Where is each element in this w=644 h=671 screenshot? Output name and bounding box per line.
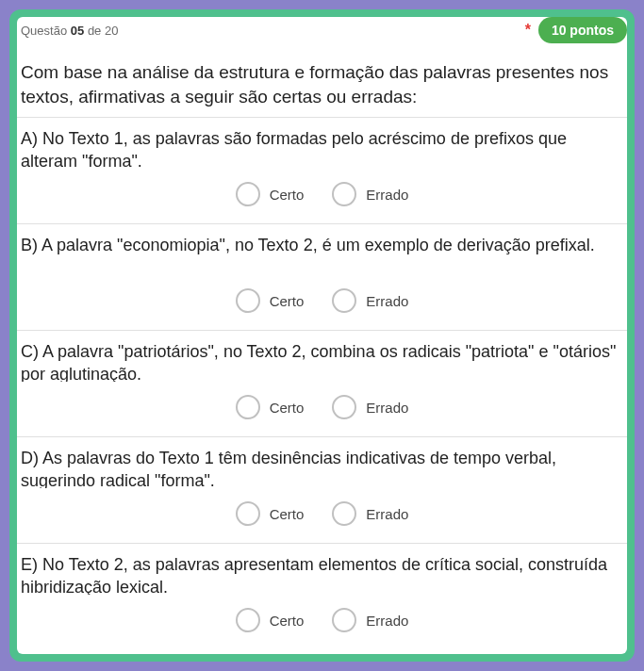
item-e-wrong: Errado [332, 608, 408, 632]
radio-a-wrong[interactable] [332, 182, 356, 206]
item-b-correct: Certo [236, 288, 305, 313]
item-a-options: Certo Errado [17, 169, 627, 223]
label-correct: Certo [270, 293, 305, 309]
label-wrong: Errado [366, 400, 408, 416]
item-c-wrong: Errado [332, 395, 408, 419]
item-d: D) As palavras do Texto 1 têm desinência… [17, 436, 627, 543]
question-total: 20 [105, 24, 118, 38]
item-d-options: Certo Errado [17, 488, 627, 543]
item-d-text: D) As palavras do Texto 1 têm desinência… [17, 437, 627, 488]
item-e-correct: Certo [236, 608, 305, 632]
label-correct: Certo [270, 187, 305, 203]
label-wrong: Errado [366, 187, 408, 203]
radio-a-correct[interactable] [236, 182, 260, 206]
label-wrong: Errado [366, 506, 408, 522]
item-b-wrong: Errado [332, 288, 408, 313]
question-sep: de [88, 24, 101, 38]
item-b-options: Certo Errado [17, 275, 627, 330]
label-correct: Certo [270, 613, 305, 629]
radio-e-correct[interactable] [236, 608, 260, 632]
required-asterisk: * [525, 22, 531, 39]
radio-d-wrong[interactable] [332, 501, 356, 526]
items-list: A) No Texto 1, as palavras são formadas … [17, 117, 627, 649]
item-e: E) No Texto 2, as palavras apresentam el… [17, 543, 627, 649]
radio-b-correct[interactable] [236, 288, 260, 313]
item-a-wrong: Errado [332, 182, 408, 206]
radio-e-wrong[interactable] [332, 608, 356, 632]
points-area: * 10 pontos [525, 17, 627, 43]
item-e-text: E) No Texto 2, as palavras apresentam el… [17, 544, 627, 595]
item-b: B) A palavra "economiopia", no Texto 2, … [17, 223, 627, 330]
question-card: Questão 05 de 20 * 10 pontos Com base na… [17, 17, 627, 654]
item-d-wrong: Errado [332, 501, 408, 526]
label-correct: Certo [270, 506, 305, 522]
item-d-correct: Certo [236, 501, 305, 526]
item-a-correct: Certo [236, 182, 305, 206]
question-text: Com base na análise da estrutura e forma… [17, 43, 627, 117]
question-prefix: Questão [21, 24, 67, 38]
question-current: 05 [71, 24, 84, 38]
outer-frame: Questão 05 de 20 * 10 pontos Com base na… [9, 9, 635, 662]
label-wrong: Errado [366, 293, 408, 309]
radio-c-wrong[interactable] [332, 395, 356, 419]
points-badge: 10 pontos [538, 17, 627, 43]
item-c: C) A palavra "patriotários", no Texto 2,… [17, 330, 627, 436]
label-wrong: Errado [366, 613, 408, 629]
card-header: Questão 05 de 20 * 10 pontos [17, 17, 627, 43]
item-b-text: B) A palavra "economiopia", no Texto 2, … [17, 224, 627, 275]
radio-c-correct[interactable] [236, 395, 260, 419]
question-number: Questão 05 de 20 [21, 24, 118, 38]
item-c-correct: Certo [236, 395, 305, 419]
radio-d-correct[interactable] [236, 501, 260, 526]
item-c-text: C) A palavra "patriotários", no Texto 2,… [17, 331, 627, 382]
item-a: A) No Texto 1, as palavras são formadas … [17, 117, 627, 223]
item-e-options: Certo Errado [17, 595, 627, 649]
label-correct: Certo [270, 400, 305, 416]
item-c-options: Certo Errado [17, 382, 627, 436]
item-a-text: A) No Texto 1, as palavras são formadas … [17, 118, 627, 169]
radio-b-wrong[interactable] [332, 288, 356, 313]
